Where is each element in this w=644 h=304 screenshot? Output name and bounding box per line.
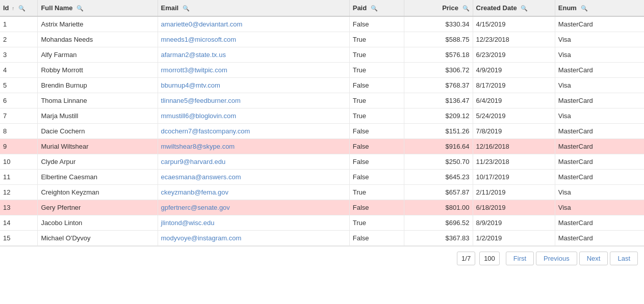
cell-paid: False xyxy=(349,78,404,93)
previous-button[interactable]: Previous xyxy=(536,252,577,265)
cell-createdDate: 6/23/2019 xyxy=(473,47,555,63)
cell-email: tlinnane5@feedburner.com xyxy=(158,93,349,108)
cell-email: carpur9@harvard.edu xyxy=(158,154,349,170)
cell-createdDate: 8/9/2019 xyxy=(473,215,555,231)
first-button[interactable]: First xyxy=(506,252,534,265)
cell-enum: Visa xyxy=(555,185,644,200)
cell-createdDate: 4/15/2019 xyxy=(473,16,555,32)
cell-fullName: Clyde Arpur xyxy=(38,154,158,170)
cell-email: ecaesmana@answers.com xyxy=(158,170,349,185)
col-header-email[interactable]: Email 🔍 xyxy=(158,0,349,16)
col-header-id[interactable]: Id ↑ 🔍 xyxy=(0,0,38,16)
cell-email: rmorrott3@twitpic.com xyxy=(158,63,349,78)
email-link[interactable]: amariette0@deviantart.com xyxy=(161,20,243,28)
table-row[interactable]: 12Creighton Keyzmanckeyzmanb@fema.govTru… xyxy=(0,185,644,200)
table-row[interactable]: 1Astrix Marietteamariette0@deviantart.co… xyxy=(0,16,644,32)
cell-createdDate: 5/24/2019 xyxy=(473,108,555,124)
table-row[interactable]: 10Clyde Arpurcarpur9@harvard.eduFalse$25… xyxy=(0,154,644,170)
cell-enum: Visa xyxy=(555,78,644,93)
email-link[interactable]: modyvoye@instagram.com xyxy=(161,234,242,242)
cell-fullName: Astrix Mariette xyxy=(38,16,158,32)
table-row[interactable]: 11Elbertine Caesmanecaesmana@answers.com… xyxy=(0,170,644,185)
cell-fullName: Robby Morrott xyxy=(38,63,158,78)
cell-id: 7 xyxy=(0,108,38,124)
cell-email: modyvoye@instagram.com xyxy=(158,231,349,246)
cell-createdDate: 8/17/2019 xyxy=(473,78,555,93)
table-row[interactable]: 6Thoma Linnanetlinnane5@feedburner.comTr… xyxy=(0,93,644,108)
cell-paid: False xyxy=(349,231,404,246)
cell-paid: False xyxy=(349,170,404,185)
cell-price: $151.26 xyxy=(404,124,473,139)
col-header-price[interactable]: Price 🔍 xyxy=(404,0,473,16)
table-row[interactable]: 15Michael O'Dyvoymodyvoye@instagram.comF… xyxy=(0,231,644,246)
data-table: Id ↑ 🔍Full Name 🔍Email 🔍Paid 🔍Price 🔍Cre… xyxy=(0,0,644,246)
cell-price: $645.23 xyxy=(404,170,473,185)
email-link[interactable]: bburnup4@mtv.com xyxy=(161,81,220,89)
table-row[interactable]: 8Dacie Cocherndcochern7@fastcompany.comF… xyxy=(0,124,644,139)
cell-email: mwiltshear8@skype.com xyxy=(158,139,349,154)
search-icon[interactable]: 🔍 xyxy=(183,5,190,12)
page-size: 100 xyxy=(479,252,500,265)
cell-id: 11 xyxy=(0,170,38,185)
cell-id: 15 xyxy=(0,231,38,246)
cell-fullName: Thoma Linnane xyxy=(38,93,158,108)
email-link[interactable]: mmustill6@bloglovin.com xyxy=(161,112,237,120)
cell-paid: False xyxy=(349,124,404,139)
table-row[interactable]: 14Jacobo Lintonjlintond@wisc.eduTrue$696… xyxy=(0,215,644,231)
cell-email: bburnup4@mtv.com xyxy=(158,78,349,93)
email-link[interactable]: mwiltshear8@skype.com xyxy=(161,143,235,150)
search-icon[interactable]: 🔍 xyxy=(521,5,528,12)
table-row[interactable]: 5Brendin Burnupbburnup4@mtv.comFalse$768… xyxy=(0,78,644,93)
cell-paid: False xyxy=(349,154,404,170)
cell-email: afarman2@state.tx.us xyxy=(158,47,349,63)
cell-price: $330.34 xyxy=(404,16,473,32)
email-link[interactable]: rmorrott3@twitpic.com xyxy=(161,66,227,74)
cell-price: $916.64 xyxy=(404,139,473,154)
cell-fullName: Creighton Keyzman xyxy=(38,185,158,200)
email-link[interactable]: afarman2@state.tx.us xyxy=(161,51,226,59)
cell-createdDate: 11/23/2018 xyxy=(473,154,555,170)
table-row[interactable]: 3Alfy Farmanafarman2@state.tx.usTrue$576… xyxy=(0,47,644,63)
email-link[interactable]: gpfertnerc@senate.gov xyxy=(161,204,230,211)
cell-price: $250.70 xyxy=(404,154,473,170)
cell-createdDate: 7/8/2019 xyxy=(473,124,555,139)
table-row[interactable]: 4Robby Morrottrmorrott3@twitpic.comTrue$… xyxy=(0,63,644,78)
cell-price: $306.72 xyxy=(404,63,473,78)
col-header-paid[interactable]: Paid 🔍 xyxy=(349,0,404,16)
cell-createdDate: 2/11/2019 xyxy=(473,185,555,200)
cell-email: mmustill6@bloglovin.com xyxy=(158,108,349,124)
cell-enum: Visa xyxy=(555,32,644,47)
table-row[interactable]: 2Mohandas Needsmneeds1@microsoft.comTrue… xyxy=(0,32,644,47)
email-link[interactable]: jlintond@wisc.edu xyxy=(161,219,215,227)
cell-email: gpfertnerc@senate.gov xyxy=(158,200,349,215)
cell-enum: MasterCard xyxy=(555,124,644,139)
col-header-createdDate[interactable]: Created Date 🔍 xyxy=(473,0,555,16)
search-icon[interactable]: 🔍 xyxy=(18,5,25,12)
cell-email: mneeds1@microsoft.com xyxy=(158,32,349,47)
col-header-fullName[interactable]: Full Name 🔍 xyxy=(38,0,158,16)
cell-id: 8 xyxy=(0,124,38,139)
email-link[interactable]: mneeds1@microsoft.com xyxy=(161,36,237,43)
cell-price: $576.18 xyxy=(404,47,473,63)
search-icon[interactable]: 🔍 xyxy=(462,5,470,12)
email-link[interactable]: carpur9@harvard.edu xyxy=(161,158,226,165)
email-link[interactable]: ckeyzmanb@fema.gov xyxy=(161,188,228,196)
table-row[interactable]: 7Marja Mustillmmustill6@bloglovin.comTru… xyxy=(0,108,644,124)
cell-price: $136.47 xyxy=(404,93,473,108)
next-button[interactable]: Next xyxy=(579,252,608,265)
col-header-enum[interactable]: Enum 🔍 xyxy=(555,0,644,16)
email-link[interactable]: ecaesmana@answers.com xyxy=(161,173,241,181)
search-icon[interactable]: 🔍 xyxy=(76,5,84,12)
search-icon[interactable]: 🔍 xyxy=(581,5,588,12)
last-button[interactable]: Last xyxy=(610,252,638,265)
search-icon[interactable]: 🔍 xyxy=(371,5,378,12)
table-row[interactable]: 13Gery Pfertnergpfertnerc@senate.govFals… xyxy=(0,200,644,215)
email-link[interactable]: tlinnane5@feedburner.com xyxy=(161,97,241,104)
cell-id: 4 xyxy=(0,63,38,78)
cell-id: 2 xyxy=(0,32,38,47)
table-row[interactable]: 9Murial Wiltshearmwiltshear8@skype.comFa… xyxy=(0,139,644,154)
email-link[interactable]: dcochern7@fastcompany.com xyxy=(161,127,250,135)
cell-fullName: Dacie Cochern xyxy=(38,124,158,139)
cell-price: $696.52 xyxy=(404,215,473,231)
cell-enum: MasterCard xyxy=(555,63,644,78)
